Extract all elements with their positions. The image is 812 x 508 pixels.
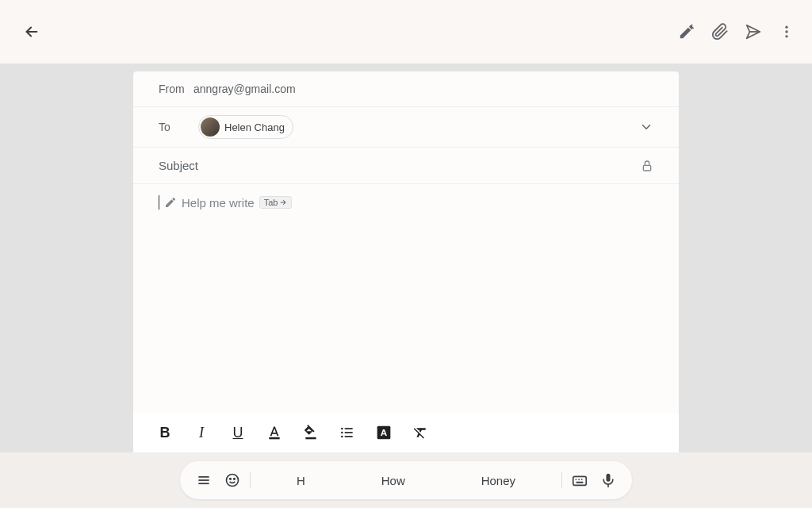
- svg-rect-13: [345, 436, 353, 437]
- keyboard-toggle-button[interactable]: [570, 471, 589, 490]
- to-row[interactable]: To Helen Chang: [133, 107, 679, 148]
- svg-point-3: [785, 30, 787, 33]
- expand-recipients-button[interactable]: [639, 120, 653, 134]
- avatar: [201, 117, 220, 137]
- subject-placeholder: Subject: [159, 159, 198, 172]
- compose-body[interactable]: Help me write Tab: [133, 184, 679, 221]
- magic-pen-icon: [164, 196, 177, 209]
- svg-point-4: [785, 35, 787, 37]
- text-color-button[interactable]: [265, 423, 284, 442]
- suggestion-1[interactable]: H: [287, 469, 315, 492]
- keyboard-suggestion-bar: H How Honey: [0, 452, 812, 508]
- clear-format-icon: [412, 425, 428, 441]
- app-header: [0, 0, 812, 64]
- lock-icon: [641, 160, 653, 172]
- svg-point-2: [785, 26, 787, 29]
- magic-write-button[interactable]: [677, 22, 696, 41]
- bold-button[interactable]: B: [155, 423, 174, 442]
- tab-label: Tab: [264, 198, 278, 207]
- subject-row[interactable]: Subject: [133, 148, 679, 184]
- list-icon: [339, 425, 355, 441]
- text-cursor: [159, 195, 159, 210]
- svg-point-9: [341, 432, 343, 434]
- arrow-right-icon: [279, 198, 287, 206]
- suggestion-3[interactable]: Honey: [472, 469, 525, 492]
- svg-rect-11: [345, 428, 353, 429]
- from-row[interactable]: From anngray@gmail.com: [133, 71, 679, 107]
- divider: [561, 472, 562, 488]
- bullet-list-button[interactable]: [338, 423, 357, 442]
- suggestion-2[interactable]: How: [372, 469, 415, 492]
- svg-rect-5: [643, 165, 650, 171]
- italic-button[interactable]: I: [192, 423, 211, 442]
- font-background-icon: A: [376, 425, 392, 441]
- header-actions: [677, 22, 796, 41]
- svg-point-21: [234, 479, 236, 480]
- paperclip-icon: [711, 23, 729, 40]
- format-toolbar: B I U A: [133, 413, 679, 452]
- svg-rect-12: [345, 432, 353, 433]
- attach-button[interactable]: [710, 22, 730, 41]
- keyboard-pill: H How Honey: [180, 461, 632, 499]
- svg-point-19: [227, 475, 239, 487]
- from-label: From: [159, 83, 190, 95]
- highlight-icon: [303, 425, 319, 441]
- compose-card: From anngray@gmail.com To Helen Chang Su…: [133, 71, 679, 452]
- recipient-name: Helen Chang: [224, 121, 285, 133]
- from-email: anngray@gmail.com: [193, 83, 296, 95]
- keyboard-icon: [571, 471, 588, 489]
- svg-text:A: A: [381, 427, 388, 437]
- help-me-write-hint: Help me write: [182, 196, 255, 210]
- emoji-button[interactable]: [223, 471, 242, 490]
- keyboard-menu-button[interactable]: [194, 471, 213, 490]
- divider: [250, 472, 251, 488]
- svg-point-1: [693, 28, 694, 29]
- svg-rect-6: [269, 437, 279, 440]
- underline-button[interactable]: U: [228, 423, 247, 442]
- confidential-mode-button[interactable]: [641, 160, 653, 172]
- chevron-down-icon: [639, 120, 653, 134]
- send-button[interactable]: [744, 22, 763, 41]
- more-vertical-icon: [779, 24, 795, 40]
- text-color-icon: [266, 425, 282, 441]
- menu-icon: [196, 472, 212, 488]
- magic-pen-icon: [678, 23, 695, 40]
- tab-key-hint: Tab: [259, 196, 293, 209]
- voice-input-button[interactable]: [599, 471, 618, 490]
- clear-formatting-button[interactable]: [411, 423, 430, 442]
- recipient-chip[interactable]: Helen Chang: [198, 115, 293, 139]
- svg-point-10: [341, 436, 343, 438]
- to-label: To: [159, 121, 190, 133]
- back-button[interactable]: [16, 16, 48, 48]
- highlight-color-button[interactable]: [301, 423, 320, 442]
- svg-point-8: [341, 428, 343, 430]
- svg-rect-7: [305, 437, 316, 440]
- svg-rect-22: [573, 476, 587, 485]
- svg-point-0: [691, 25, 692, 26]
- svg-point-20: [230, 479, 232, 480]
- font-background-button[interactable]: A: [374, 423, 393, 442]
- send-icon: [745, 23, 762, 40]
- keyboard-suggestions: H How Honey: [259, 469, 553, 492]
- more-button[interactable]: [777, 22, 796, 41]
- arrow-left-icon: [23, 23, 40, 40]
- microphone-icon: [600, 472, 616, 488]
- smile-icon: [224, 472, 240, 488]
